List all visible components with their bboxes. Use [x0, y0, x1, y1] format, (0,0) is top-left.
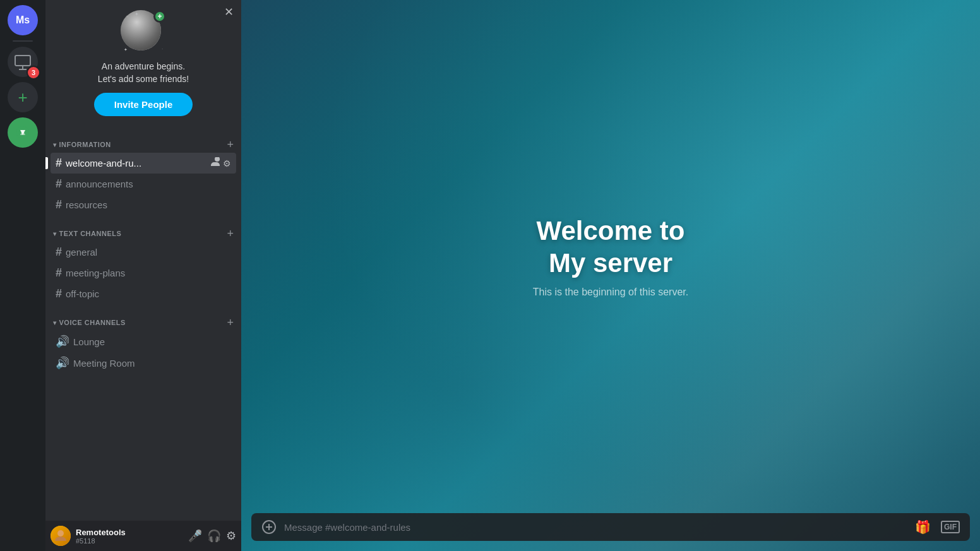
server-icon-rail: Ms 3 +	[0, 0, 45, 551]
remotetools-server-icon[interactable]: 3	[8, 47, 38, 77]
speaker-icon: 🔊	[56, 356, 69, 370]
hash-icon: #	[56, 287, 62, 300]
explore-servers-button[interactable]	[8, 117, 38, 148]
svg-point-6	[57, 530, 64, 536]
invite-people-button[interactable]: Invite People	[94, 93, 193, 116]
avatar-container: · ✦ · · ✦ +	[121, 10, 166, 56]
active-indicator	[45, 157, 48, 170]
welcome-tagline: An adventure begins. Let's add some frie…	[98, 61, 189, 85]
close-welcome-button[interactable]: ✕	[224, 5, 234, 19]
sparkle-decoration: ·	[162, 47, 163, 50]
hash-icon: #	[56, 246, 62, 259]
server-welcome-area: Welcome to My server This is the beginni…	[241, 0, 980, 513]
rail-separator	[13, 40, 33, 42]
channel-item-lounge[interactable]: 🔊 Lounge	[51, 331, 236, 352]
welcome-card: ✕ · ✦ · · ✦ + An adventure begins. Let's…	[45, 0, 241, 129]
user-bar: Remotetools #5118 🎤 🎧 ⚙	[45, 521, 241, 551]
channel-name: announcements	[66, 179, 133, 189]
username: Remotetools	[76, 528, 183, 537]
channel-list: ▾ INFORMATION + # welcome-and-ru...	[45, 129, 241, 521]
sparkle-decoration: ✦	[134, 11, 139, 17]
settings-icon[interactable]: ⚙	[223, 158, 231, 169]
hash-icon: #	[56, 266, 62, 280]
add-member-icon[interactable]	[210, 157, 220, 169]
attach-file-button[interactable]	[261, 519, 277, 535]
channel-item-off-topic[interactable]: # off-topic	[51, 283, 236, 304]
category-header-information[interactable]: ▾ INFORMATION +	[51, 129, 236, 153]
headset-icon[interactable]: 🎧	[207, 529, 221, 543]
category-label-voice-channels: ▾ VOICE CHANNELS	[53, 319, 126, 326]
user-settings-icon[interactable]: ⚙	[226, 529, 236, 543]
category-header-text-channels[interactable]: ▾ TEXT CHANNELS +	[51, 218, 236, 242]
channel-name: general	[66, 247, 97, 258]
channel-item-meeting-plans[interactable]: # meeting-plans	[51, 263, 236, 283]
category-voice-channels: ▾ VOICE CHANNELS + 🔊 Lounge 🔊 Meeting Ro…	[51, 307, 236, 374]
sparkle-decoration: ✦	[124, 47, 128, 52]
add-server-button[interactable]: +	[8, 82, 38, 112]
main-content: Welcome to My server This is the beginni…	[241, 0, 980, 551]
hash-icon: #	[56, 157, 62, 170]
channel-actions: ⚙	[210, 157, 231, 169]
server-welcome-title: Welcome to My server	[537, 215, 685, 279]
user-info: Remotetools #5118	[76, 528, 183, 545]
user-actions: 🎤 🎧 ⚙	[188, 529, 236, 543]
channel-name: meeting-plans	[66, 268, 125, 278]
chevron-icon: ▾	[53, 319, 57, 326]
channel-name: resources	[66, 199, 107, 210]
message-input[interactable]	[284, 522, 907, 533]
user-avatar	[51, 526, 71, 546]
channel-item-resources[interactable]: # resources	[51, 194, 236, 215]
sparkle-decoration: ·	[127, 13, 129, 20]
channel-item-welcome-and-rules[interactable]: # welcome-and-ru... ⚙	[51, 153, 236, 174]
message-input-bar: 🎁 GIF	[251, 513, 970, 541]
gif-button[interactable]: GIF	[941, 521, 960, 533]
hash-icon: #	[56, 177, 62, 191]
notification-badge: 3	[29, 68, 40, 80]
add-channel-information-button[interactable]: +	[227, 139, 234, 150]
speaker-icon: 🔊	[56, 335, 69, 348]
svg-rect-0	[15, 56, 30, 66]
channel-item-general[interactable]: # general	[51, 242, 236, 263]
category-header-voice-channels[interactable]: ▾ VOICE CHANNELS +	[51, 307, 236, 331]
chevron-icon: ▾	[53, 141, 57, 148]
gift-icon[interactable]: 🎁	[915, 519, 931, 535]
chevron-icon: ▾	[53, 230, 57, 237]
channel-sidebar: ✕ · ✦ · · ✦ + An adventure begins. Let's…	[45, 0, 241, 551]
message-actions: 🎁 GIF	[915, 519, 960, 535]
hash-icon: #	[56, 198, 62, 211]
channel-name: off-topic	[66, 288, 99, 299]
channel-item-meeting-room[interactable]: 🔊 Meeting Room	[51, 352, 236, 374]
add-voice-channel-button[interactable]: +	[227, 317, 234, 328]
microphone-icon[interactable]: 🎤	[188, 529, 202, 543]
category-label-information: ▾ INFORMATION	[53, 141, 111, 148]
category-information: ▾ INFORMATION + # welcome-and-ru...	[51, 129, 236, 215]
avatar-online-badge: +	[153, 10, 166, 23]
category-text-channels: ▾ TEXT CHANNELS + # general # meeting-pl…	[51, 218, 236, 304]
category-label-text-channels: ▾ TEXT CHANNELS	[53, 230, 121, 237]
user-discriminator: #5118	[76, 537, 183, 545]
channel-item-announcements[interactable]: # announcements	[51, 174, 236, 194]
add-channel-text-button[interactable]: +	[227, 228, 234, 239]
dm-icon[interactable]: Ms	[8, 5, 38, 35]
channel-name: Lounge	[73, 336, 105, 347]
channel-name: welcome-and-ru...	[66, 158, 141, 169]
channel-name: Meeting Room	[73, 358, 135, 369]
server-welcome-subtitle: This is the beginning of this server.	[533, 287, 688, 298]
